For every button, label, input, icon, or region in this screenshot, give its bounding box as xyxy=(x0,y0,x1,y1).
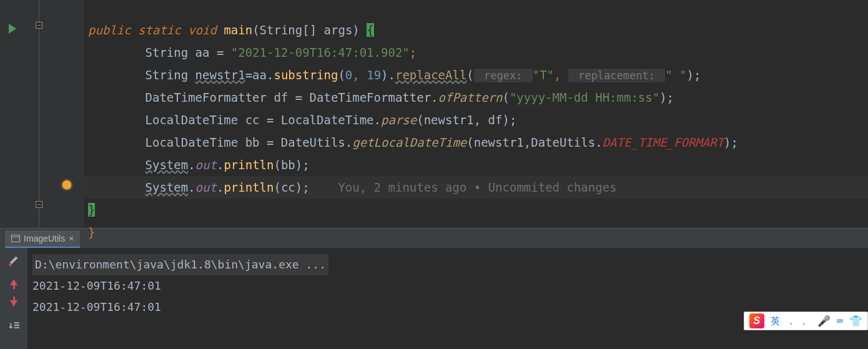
code-line-3[interactable]: String newstr1=aa.substring(0, 19).repla… xyxy=(84,64,868,86)
code-line-9[interactable]: } xyxy=(84,199,868,221)
console-command-line: D:\environment\java\jdk1.8\bin\java.exe … xyxy=(32,254,863,275)
close-tab-icon[interactable]: × xyxy=(69,233,74,243)
code-line-1[interactable]: public static void main(String[] args) { xyxy=(84,19,868,41)
code-line-2[interactable]: String aa = "2021-12-09T16:47:01.902"; xyxy=(84,41,868,64)
keyboard-icon[interactable]: ⌨ xyxy=(837,315,843,327)
code-editor[interactable]: public static void main(String[] args) {… xyxy=(0,0,868,228)
ime-punct-dot[interactable]: 。 xyxy=(802,315,811,327)
run-gutter-icon[interactable] xyxy=(9,24,16,34)
scroll-down-icon[interactable] xyxy=(8,298,19,309)
soft-wrap-icon[interactable]: ↓≡ xyxy=(8,319,19,330)
console-output-line: 2021-12-09T16:47:01 xyxy=(32,275,863,297)
code-line-4[interactable]: DateTimeFormatter df = DateTimeFormatter… xyxy=(84,86,868,109)
fold-collapse-icon[interactable] xyxy=(36,201,42,208)
parameter-hint-replacement: replacement: xyxy=(568,69,665,82)
editor-gutter-fold xyxy=(28,0,50,228)
edit-source-icon[interactable] xyxy=(8,255,19,267)
editor-gutter-icons xyxy=(50,0,84,228)
fold-collapse-icon[interactable] xyxy=(36,22,42,29)
code-content[interactable]: public static void main(String[] args) {… xyxy=(84,0,868,228)
shirt-icon[interactable]: 👕 xyxy=(849,315,862,327)
console-panel: ↓≡ D:\environment\java\jdk1.8\bin\java.e… xyxy=(0,248,868,349)
ime-lang-indicator[interactable]: 英 xyxy=(771,315,780,327)
ime-punct-comma[interactable]: ， xyxy=(786,315,796,327)
tab-imageutils[interactable]: ImageUtils × xyxy=(5,230,80,248)
scroll-up-icon[interactable] xyxy=(8,277,19,288)
console-output[interactable]: D:\environment\java\jdk1.8\bin\java.exe … xyxy=(27,248,868,349)
editor-gutter-run xyxy=(0,0,28,228)
tab-label: ImageUtils xyxy=(24,233,65,243)
code-line-5[interactable]: LocalDateTime cc = LocalDateTime.parse(n… xyxy=(84,109,868,131)
ime-toolbar[interactable]: S 英 ， 。 🎤 ⌨ 👕 xyxy=(744,312,868,330)
code-line-10[interactable]: } xyxy=(84,221,868,243)
console-toolbar: ↓≡ xyxy=(0,248,27,349)
intention-bulb-icon[interactable] xyxy=(62,180,71,189)
sogou-logo-icon[interactable]: S xyxy=(749,313,764,328)
code-line-8-current[interactable]: System.out.println(cc); You, 2 minutes a… xyxy=(84,176,868,199)
microphone-icon[interactable]: 🎤 xyxy=(817,315,831,327)
parameter-hint-regex: regex: xyxy=(474,69,533,82)
console-output-line: 2021-12-09T16:47:01 xyxy=(32,297,863,318)
git-blame-annotation: You, 2 minutes ago • Uncommited changes xyxy=(310,180,617,194)
window-icon xyxy=(11,235,20,242)
code-line-6[interactable]: LocalDateTime bb = DateUtils.getLocalDat… xyxy=(84,131,868,154)
code-line-7[interactable]: System.out.println(bb); xyxy=(84,154,868,176)
